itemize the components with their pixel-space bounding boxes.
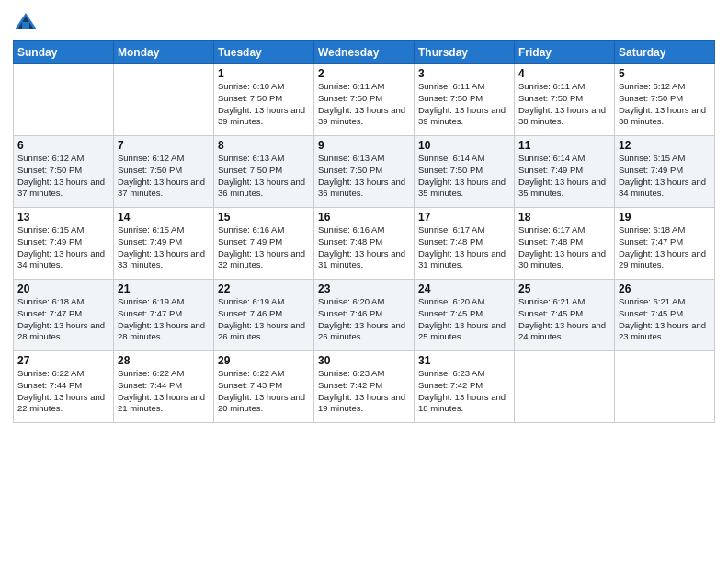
day-info: Sunrise: 6:23 AM Sunset: 7:42 PM Dayligh…: [318, 368, 410, 415]
day-header-sunday: Sunday: [14, 41, 114, 64]
day-number: 9: [318, 139, 410, 152]
day-cell: 17Sunrise: 6:17 AM Sunset: 7:48 PM Dayli…: [415, 208, 515, 280]
day-cell: 8Sunrise: 6:13 AM Sunset: 7:50 PM Daylig…: [214, 136, 314, 208]
day-header-thursday: Thursday: [415, 41, 515, 64]
day-header-monday: Monday: [114, 41, 214, 64]
week-row-3: 20Sunrise: 6:18 AM Sunset: 7:47 PM Dayli…: [14, 280, 715, 351]
week-row-1: 6Sunrise: 6:12 AM Sunset: 7:50 PM Daylig…: [14, 136, 715, 208]
day-number: 10: [418, 139, 510, 152]
day-cell: 22Sunrise: 6:19 AM Sunset: 7:46 PM Dayli…: [214, 280, 314, 351]
day-number: 26: [619, 282, 711, 295]
day-cell: 23Sunrise: 6:20 AM Sunset: 7:46 PM Dayli…: [314, 280, 415, 351]
day-number: 5: [619, 67, 711, 80]
day-header-tuesday: Tuesday: [214, 41, 314, 64]
day-header-saturday: Saturday: [615, 41, 715, 64]
day-number: 1: [218, 67, 310, 80]
day-info: Sunrise: 6:19 AM Sunset: 7:47 PM Dayligh…: [118, 296, 210, 343]
day-cell: 4Sunrise: 6:11 AM Sunset: 7:50 PM Daylig…: [515, 64, 615, 136]
day-info: Sunrise: 6:13 AM Sunset: 7:50 PM Dayligh…: [218, 153, 310, 200]
day-info: Sunrise: 6:12 AM Sunset: 7:50 PM Dayligh…: [17, 153, 109, 200]
day-cell: 31Sunrise: 6:23 AM Sunset: 7:42 PM Dayli…: [415, 351, 515, 423]
day-info: Sunrise: 6:22 AM Sunset: 7:44 PM Dayligh…: [118, 368, 210, 415]
day-cell: [14, 64, 114, 136]
day-cell: [114, 64, 214, 136]
day-cell: 18Sunrise: 6:17 AM Sunset: 7:48 PM Dayli…: [515, 208, 615, 280]
day-cell: 30Sunrise: 6:23 AM Sunset: 7:42 PM Dayli…: [314, 351, 415, 423]
day-number: 29: [218, 354, 310, 367]
day-number: 21: [118, 282, 210, 295]
day-info: Sunrise: 6:17 AM Sunset: 7:48 PM Dayligh…: [518, 224, 610, 271]
day-number: 19: [619, 211, 711, 224]
day-info: Sunrise: 6:11 AM Sunset: 7:50 PM Dayligh…: [318, 81, 410, 128]
day-info: Sunrise: 6:14 AM Sunset: 7:50 PM Dayligh…: [418, 153, 510, 200]
day-number: 8: [218, 139, 310, 152]
day-cell: 25Sunrise: 6:21 AM Sunset: 7:45 PM Dayli…: [515, 280, 615, 351]
day-cell: 9Sunrise: 6:13 AM Sunset: 7:50 PM Daylig…: [314, 136, 415, 208]
day-info: Sunrise: 6:21 AM Sunset: 7:45 PM Dayligh…: [619, 296, 711, 343]
day-info: Sunrise: 6:15 AM Sunset: 7:49 PM Dayligh…: [118, 224, 210, 271]
calendar: SundayMondayTuesdayWednesdayThursdayFrid…: [13, 40, 715, 423]
day-cell: 21Sunrise: 6:19 AM Sunset: 7:47 PM Dayli…: [114, 280, 214, 351]
day-info: Sunrise: 6:23 AM Sunset: 7:42 PM Dayligh…: [418, 368, 510, 415]
day-info: Sunrise: 6:20 AM Sunset: 7:46 PM Dayligh…: [318, 296, 410, 343]
day-number: 7: [118, 139, 210, 152]
day-cell: [615, 351, 715, 423]
day-cell: 13Sunrise: 6:15 AM Sunset: 7:49 PM Dayli…: [14, 208, 114, 280]
day-cell: 26Sunrise: 6:21 AM Sunset: 7:45 PM Dayli…: [615, 280, 715, 351]
day-number: 24: [418, 282, 510, 295]
day-number: 28: [118, 354, 210, 367]
day-info: Sunrise: 6:15 AM Sunset: 7:49 PM Dayligh…: [619, 153, 711, 200]
day-cell: 6Sunrise: 6:12 AM Sunset: 7:50 PM Daylig…: [14, 136, 114, 208]
day-info: Sunrise: 6:22 AM Sunset: 7:43 PM Dayligh…: [218, 368, 310, 415]
day-cell: 1Sunrise: 6:10 AM Sunset: 7:50 PM Daylig…: [214, 64, 314, 136]
week-row-2: 13Sunrise: 6:15 AM Sunset: 7:49 PM Dayli…: [14, 208, 715, 280]
day-number: 15: [218, 211, 310, 224]
day-number: 18: [518, 211, 610, 224]
page: SundayMondayTuesdayWednesdayThursdayFrid…: [0, 0, 728, 563]
day-cell: 11Sunrise: 6:14 AM Sunset: 7:49 PM Dayli…: [515, 136, 615, 208]
day-info: Sunrise: 6:13 AM Sunset: 7:50 PM Dayligh…: [318, 153, 410, 200]
day-cell: 12Sunrise: 6:15 AM Sunset: 7:49 PM Dayli…: [615, 136, 715, 208]
day-info: Sunrise: 6:11 AM Sunset: 7:50 PM Dayligh…: [418, 81, 510, 128]
day-info: Sunrise: 6:20 AM Sunset: 7:45 PM Dayligh…: [418, 296, 510, 343]
day-cell: 28Sunrise: 6:22 AM Sunset: 7:44 PM Dayli…: [114, 351, 214, 423]
week-row-4: 27Sunrise: 6:22 AM Sunset: 7:44 PM Dayli…: [14, 351, 715, 423]
day-number: 11: [518, 139, 610, 152]
day-number: 30: [318, 354, 410, 367]
day-cell: 10Sunrise: 6:14 AM Sunset: 7:50 PM Dayli…: [415, 136, 515, 208]
day-header-wednesday: Wednesday: [314, 41, 415, 64]
day-info: Sunrise: 6:18 AM Sunset: 7:47 PM Dayligh…: [17, 296, 109, 343]
day-number: 14: [118, 211, 210, 224]
day-info: Sunrise: 6:22 AM Sunset: 7:44 PM Dayligh…: [17, 368, 109, 415]
days-header-row: SundayMondayTuesdayWednesdayThursdayFrid…: [14, 41, 715, 64]
day-info: Sunrise: 6:15 AM Sunset: 7:49 PM Dayligh…: [17, 224, 109, 271]
day-info: Sunrise: 6:12 AM Sunset: 7:50 PM Dayligh…: [118, 153, 210, 200]
day-number: 4: [518, 67, 610, 80]
day-number: 17: [418, 211, 510, 224]
day-number: 27: [17, 354, 109, 367]
day-number: 23: [318, 282, 410, 295]
day-cell: 27Sunrise: 6:22 AM Sunset: 7:44 PM Dayli…: [14, 351, 114, 423]
svg-rect-2: [22, 22, 29, 29]
day-cell: [515, 351, 615, 423]
day-info: Sunrise: 6:14 AM Sunset: 7:49 PM Dayligh…: [518, 153, 610, 200]
day-number: 2: [318, 67, 410, 80]
logo: [13, 9, 40, 35]
day-number: 16: [318, 211, 410, 224]
day-cell: 5Sunrise: 6:12 AM Sunset: 7:50 PM Daylig…: [615, 64, 715, 136]
week-row-0: 1Sunrise: 6:10 AM Sunset: 7:50 PM Daylig…: [14, 64, 715, 136]
day-cell: 2Sunrise: 6:11 AM Sunset: 7:50 PM Daylig…: [314, 64, 415, 136]
day-number: 31: [418, 354, 510, 367]
day-info: Sunrise: 6:17 AM Sunset: 7:48 PM Dayligh…: [418, 224, 510, 271]
day-cell: 20Sunrise: 6:18 AM Sunset: 7:47 PM Dayli…: [14, 280, 114, 351]
day-info: Sunrise: 6:16 AM Sunset: 7:48 PM Dayligh…: [318, 224, 410, 271]
day-number: 13: [17, 211, 109, 224]
day-number: 20: [17, 282, 109, 295]
day-cell: 29Sunrise: 6:22 AM Sunset: 7:43 PM Dayli…: [214, 351, 314, 423]
day-cell: 16Sunrise: 6:16 AM Sunset: 7:48 PM Dayli…: [314, 208, 415, 280]
logo-icon: [13, 9, 39, 35]
day-number: 6: [17, 139, 109, 152]
day-cell: 14Sunrise: 6:15 AM Sunset: 7:49 PM Dayli…: [114, 208, 214, 280]
day-info: Sunrise: 6:12 AM Sunset: 7:50 PM Dayligh…: [619, 81, 711, 128]
day-header-friday: Friday: [515, 41, 615, 64]
